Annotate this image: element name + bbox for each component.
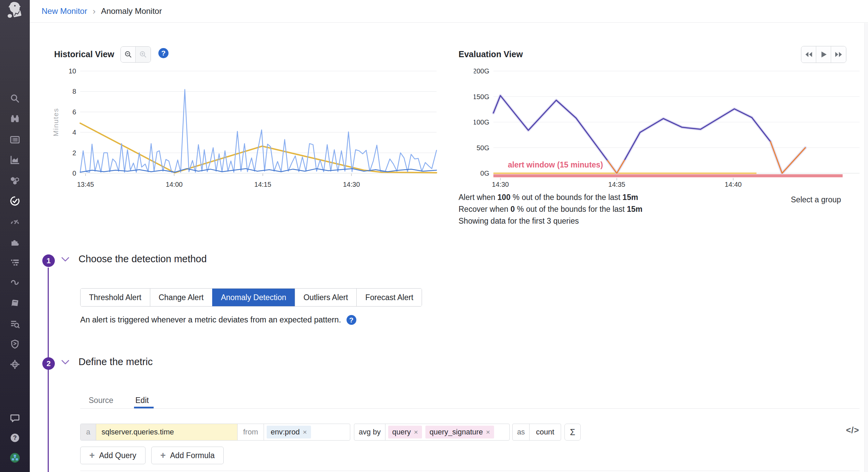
add-buttons-row: +Add Query +Add Formula	[80, 447, 224, 464]
evaluation-chart[interactable]: 0G50G100G150G200G14:3014:3514:40alert wi…	[474, 64, 868, 193]
recover-threshold-value[interactable]: 0	[510, 205, 515, 213]
add-query-button[interactable]: +Add Query	[80, 447, 146, 464]
from-scope-field[interactable]: env:prod×	[264, 424, 350, 440]
plus-icon: +	[89, 451, 95, 460]
infrastructure-hexagons-icon[interactable]	[8, 174, 22, 187]
svg-text:14:15: 14:15	[254, 181, 271, 188]
svg-text:4: 4	[72, 129, 76, 136]
svg-text:0G: 0G	[480, 170, 489, 177]
svg-text:14:40: 14:40	[725, 181, 742, 188]
as-label: as	[513, 424, 530, 440]
metrics-gauge-icon[interactable]	[8, 215, 22, 228]
zoom-out-icon[interactable]	[121, 47, 136, 62]
detection-description: An alert is triggered whenever a metric …	[80, 315, 341, 324]
datadog-logo[interactable]	[5, 1, 24, 21]
aggregator-select[interactable]: count	[530, 424, 561, 440]
group-by-field[interactable]: query×query_signature×	[385, 424, 509, 440]
wizard-progress-line	[48, 268, 49, 472]
sigma-advanced-icon[interactable]: Σ	[564, 424, 581, 441]
security-shield-icon[interactable]	[8, 337, 22, 351]
svg-text:0: 0	[72, 170, 76, 177]
zoom-in-icon[interactable]	[136, 47, 151, 62]
breadcrumb-separator-icon: ›	[93, 6, 96, 17]
metric-name-input[interactable]: sqlserver.queries.time	[96, 424, 238, 440]
monitors-icon[interactable]	[8, 194, 22, 208]
svg-text:?: ?	[13, 434, 17, 441]
detection-option-anomaly-detection[interactable]: Anomaly Detection	[212, 289, 295, 306]
historical-chart[interactable]: 024681013:4514:0014:1514:30Minutes	[51, 64, 443, 193]
breadcrumb-link-new-monitor[interactable]: New Monitor	[42, 6, 87, 16]
detection-description-row: An alert is triggered whenever a metric …	[80, 315, 356, 325]
section-2-title: Define the metric	[79, 356, 153, 367]
evaluation-view-title: Evaluation View	[459, 49, 523, 59]
evaluation-summary: Alert when 100 % out of the bounds for t…	[459, 192, 642, 227]
dashboards-chart-icon[interactable]	[8, 153, 22, 166]
svg-text:200G: 200G	[474, 67, 489, 75]
svg-text:14:00: 14:00	[166, 181, 183, 188]
network-globe-icon[interactable]	[8, 358, 22, 371]
select-a-group-dropdown[interactable]: Select a group	[791, 195, 841, 204]
play-icon[interactable]	[816, 46, 831, 63]
remove-scope-tag-icon[interactable]: ×	[303, 428, 307, 436]
svg-text:8: 8	[72, 88, 76, 95]
events-list-icon[interactable]	[8, 133, 22, 147]
recover-window-value[interactable]: 15m	[627, 205, 642, 213]
integrations-puzzle-icon[interactable]	[8, 235, 22, 249]
logs-filter-icon[interactable]	[8, 256, 22, 269]
sidebar: ?	[0, 0, 30, 472]
notebooks-book-icon[interactable]	[8, 297, 22, 310]
skip-forward-icon[interactable]	[831, 46, 846, 63]
svg-text:Minutes: Minutes	[52, 108, 60, 136]
user-avatar[interactable]	[8, 451, 22, 465]
as-count-group: as count	[512, 424, 561, 441]
add-formula-button[interactable]: +Add Formula	[151, 447, 224, 464]
svg-text:150G: 150G	[474, 93, 489, 100]
from-label: from	[238, 424, 264, 440]
historical-zoom-controls	[120, 46, 151, 63]
scope-tag-chip[interactable]: env:prod×	[267, 426, 311, 439]
detection-option-threshold-alert[interactable]: Threshold Alert	[81, 289, 150, 306]
detection-option-outliers-alert[interactable]: Outliers Alert	[295, 289, 357, 306]
code-view-icon[interactable]: </>	[846, 425, 859, 435]
section-1-title: Choose the detection method	[79, 253, 207, 265]
alert-threshold-value[interactable]: 100	[497, 193, 510, 202]
svg-text:6: 6	[72, 108, 76, 116]
synthetics-link-icon[interactable]	[8, 276, 22, 290]
group-tag-chip[interactable]: query_signature×	[425, 426, 494, 439]
tab-source[interactable]: Source	[89, 396, 113, 405]
svg-text:100G: 100G	[474, 118, 489, 126]
svg-text:10: 10	[69, 67, 76, 75]
group-tag-chip[interactable]: query×	[388, 426, 422, 439]
section-divider	[80, 471, 860, 471]
svg-text:50G: 50G	[476, 144, 489, 152]
historical-view-title: Historical View	[54, 49, 114, 59]
chat-feedback-icon[interactable]	[8, 411, 22, 425]
tabs-divider	[80, 408, 860, 409]
step-1-badge: 1	[42, 254, 55, 267]
detection-option-forecast-alert[interactable]: Forecast Alert	[356, 289, 422, 306]
alert-window-value[interactable]: 15m	[623, 193, 638, 202]
breadcrumb-current: Anomaly Monitor	[101, 6, 162, 16]
alert-condition-line: Alert when 100 % out of the bounds for t…	[459, 192, 642, 203]
avg-by-label: avg by	[354, 424, 385, 440]
svg-text:2: 2	[72, 149, 76, 157]
svg-text:14:35: 14:35	[608, 181, 625, 188]
detection-method-group: Threshold AlertChange AlertAnomaly Detec…	[80, 288, 422, 307]
tab-edit[interactable]: Edit	[135, 396, 149, 405]
evaluation-playback-controls	[801, 46, 846, 63]
svg-text:13:45: 13:45	[77, 181, 94, 188]
scrollbar-track[interactable]	[864, 23, 868, 472]
section-1-collapse-chevron-icon[interactable]	[61, 256, 70, 263]
section-2-collapse-chevron-icon[interactable]	[61, 359, 70, 365]
help-icon[interactable]: ?	[8, 431, 22, 445]
search-icon[interactable]	[8, 92, 22, 105]
detection-help-icon[interactable]: ?	[347, 315, 356, 325]
detection-option-change-alert[interactable]: Change Alert	[150, 289, 212, 306]
remove-tag-icon[interactable]: ×	[414, 428, 418, 436]
watchdog-binoculars-icon[interactable]	[8, 112, 22, 126]
log-search-icon[interactable]	[8, 317, 22, 331]
historical-help-icon[interactable]: ?	[158, 48, 169, 58]
remove-tag-icon[interactable]: ×	[486, 428, 490, 436]
svg-text:14:30: 14:30	[492, 181, 509, 188]
skip-back-icon[interactable]	[801, 46, 816, 63]
